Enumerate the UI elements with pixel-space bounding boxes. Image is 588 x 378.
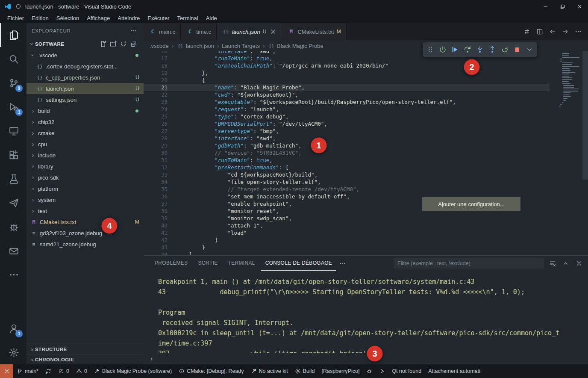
tree-item-cpu[interactable]: ›cpu xyxy=(26,139,144,150)
activity-more[interactable] xyxy=(0,263,26,286)
menu-item-s-lection[interactable]: Sélection xyxy=(53,14,83,22)
code-line-20[interactable]: 20 { xyxy=(144,77,550,84)
tree-item-system[interactable]: ›system xyxy=(26,194,144,205)
code-line-34[interactable]: 34 "file open-story-teller.elf", xyxy=(144,178,550,186)
activity-source-control[interactable]: 9 xyxy=(0,71,26,95)
activity-search[interactable] xyxy=(0,47,26,71)
tree-item-cortex-debug-registers-stat[interactable]: {}.cortex-debug.registers.stat... xyxy=(26,61,144,72)
code-editor[interactable]: 16 "interface": "swd",17 "runToMain": tr… xyxy=(144,51,588,255)
debug-chevron-down-icon[interactable] xyxy=(523,44,535,56)
breadcrumb-vscode[interactable]: .vscode xyxy=(150,43,169,49)
menu-item-atteindre[interactable]: Atteindre xyxy=(114,14,144,22)
code-line-21[interactable]: 21 "name": "Black Magic Probe", xyxy=(144,84,550,91)
close-button[interactable] xyxy=(571,0,588,13)
new-folder-icon[interactable] xyxy=(109,39,118,49)
tree-item-settings-json[interactable]: {}settings.jsonU xyxy=(26,94,144,105)
status-sync[interactable] xyxy=(42,364,55,378)
tree-item-pico-sdk[interactable]: ›pico-sdk xyxy=(26,172,144,183)
restore-button[interactable] xyxy=(554,0,571,13)
status-cmake-kit[interactable]: No active kit xyxy=(247,364,291,378)
more-actions-icon[interactable] xyxy=(338,259,347,268)
code-line-23[interactable]: 23 "executable": "${workspaceRoot}/build… xyxy=(144,98,550,106)
compare-changes-icon[interactable] xyxy=(522,27,532,36)
scrollbar[interactable] xyxy=(582,51,588,180)
menu-item-ex-cuter[interactable]: Exécuter xyxy=(144,14,173,22)
code-line-29[interactable]: 29 "gdbPath": "gdb-multiarch", xyxy=(144,142,550,149)
code-line-18[interactable]: 18 "armToolchainPath": "/opt/gcc-arm-non… xyxy=(144,62,550,69)
arrow-right-icon[interactable] xyxy=(561,27,570,36)
code-line-31[interactable]: 31 "runToMain": true, xyxy=(144,157,550,164)
code-line-19[interactable]: 19 }, xyxy=(144,69,550,77)
debug-power-icon[interactable] xyxy=(437,44,448,56)
code-line-26[interactable]: 26 "BMPGDBSerialPort": "/dev/ttyACM0", xyxy=(144,120,550,127)
breadcrumb-launch-targets[interactable]: Launch Targets xyxy=(222,43,260,49)
debug-step-into-icon[interactable] xyxy=(474,44,485,56)
code-line-44[interactable]: 44 ] xyxy=(144,251,550,255)
status-errors[interactable]: 0 xyxy=(55,364,73,378)
tree-item-vscode[interactable]: ›.vscode xyxy=(26,50,144,61)
code-line-41[interactable]: 41 "load" xyxy=(144,229,550,236)
code-line-25[interactable]: 25 "type": "cortex-debug", xyxy=(144,113,550,120)
split-editor-icon[interactable] xyxy=(535,27,544,36)
tree-item-samd21-ozone-jdebug[interactable]: ≡samd21_ozone.jdebug xyxy=(26,239,144,250)
code-line-35[interactable]: 35 // "target extended-remote /dev/ttyAC… xyxy=(144,186,550,193)
menu-item-affichage[interactable]: Affichage xyxy=(83,14,114,22)
tab-launch-json[interactable]: {}launch.jsonU xyxy=(217,23,282,40)
close-panel-icon[interactable] xyxy=(574,259,584,268)
refresh-icon[interactable] xyxy=(119,39,128,49)
breadcrumb-launch-json[interactable]: {}launch.json xyxy=(176,43,214,49)
console-filter-input[interactable] xyxy=(394,258,544,269)
status-cmake-build[interactable]: Build xyxy=(291,364,318,378)
code-line-28[interactable]: 28 "interface": "swd", xyxy=(144,135,550,142)
collapse-all-icon[interactable] xyxy=(129,39,138,49)
code-line-32[interactable]: 32 "preRestartCommands": [ xyxy=(144,164,550,171)
tree-item-c-cpp-properties-json[interactable]: {}c_cpp_properties.jsonU xyxy=(26,72,144,83)
status-cmake-target[interactable]: [RaspberryPico] xyxy=(318,364,363,378)
code-line-30[interactable]: 30 // "device": "STM32L431VC", xyxy=(144,149,550,157)
activity-settings[interactable] xyxy=(0,340,26,364)
tree-item-cmakelists-txt[interactable]: MCMakeLists.txtM xyxy=(26,216,144,227)
activity-serial-monitor[interactable] xyxy=(0,239,26,263)
activity-accounts[interactable]: 1 xyxy=(0,316,26,340)
close-icon[interactable] xyxy=(270,28,276,35)
status-git-branch[interactable]: main* xyxy=(13,364,42,378)
code-line-42[interactable]: 42 ] xyxy=(144,236,550,244)
code-line-39[interactable]: 39 "monitor swdp_scan", xyxy=(144,215,550,222)
code-line-43[interactable]: 43 } xyxy=(144,244,550,251)
clear-console-icon[interactable] xyxy=(548,259,557,268)
debug-step-over-icon[interactable] xyxy=(462,44,473,56)
code-line-27[interactable]: 27 "servertype": "bmp", xyxy=(144,127,550,135)
activity-explorer[interactable] xyxy=(0,23,26,47)
status-auto-attach[interactable]: Attachement automati xyxy=(425,364,484,378)
status-qt-status[interactable]: Qt not found xyxy=(388,364,425,378)
status-cmake-launch[interactable] xyxy=(376,364,388,378)
code-line-40[interactable]: 40 "attach 1", xyxy=(144,222,550,229)
more-icon[interactable] xyxy=(573,27,583,36)
section-chronologie[interactable]: ›CHRONOLOGIE xyxy=(26,354,144,364)
tab-cmakelists-txt[interactable]: MCMakeLists.txtM xyxy=(282,23,346,40)
activity-extensions[interactable] xyxy=(0,143,26,167)
breadcrumb-black-magic-probe[interactable]: {}Black Magic Probe xyxy=(268,43,323,49)
menu-item-terminal[interactable]: Terminal xyxy=(173,14,202,22)
debug-continue-icon[interactable] xyxy=(449,44,461,56)
panel-tab-probl-mes[interactable]: PROBLÈMES xyxy=(150,256,192,271)
activity-platformio[interactable] xyxy=(0,191,26,215)
minimize-button[interactable] xyxy=(537,0,554,13)
chevron-up-icon[interactable] xyxy=(561,259,570,268)
panel-tab-terminal[interactable]: TERMINAL xyxy=(224,256,259,271)
code-line-33[interactable]: 33 "cd ${workspaceRoot}/build", xyxy=(144,171,550,178)
menu-item-edition[interactable]: Edition xyxy=(28,14,53,22)
minimap[interactable] xyxy=(557,53,580,107)
activity-debug-beetle[interactable] xyxy=(0,215,26,239)
panel-tab-sortie[interactable]: SORTIE xyxy=(194,256,222,271)
tree-item-gd32vf103-ozone-jdebug[interactable]: ≡gd32vf103_ozone.jdebug xyxy=(26,227,144,239)
more-actions-icon[interactable] xyxy=(129,26,138,35)
debug-step-out-icon[interactable] xyxy=(486,44,498,56)
debug-stop-icon[interactable] xyxy=(511,44,523,56)
activity-test-explorer[interactable] xyxy=(0,167,26,191)
status-cmake-status[interactable]: CMake: [Debug]: Ready xyxy=(175,364,247,378)
tree-item-include[interactable]: ›include xyxy=(26,150,144,161)
add-configuration-button[interactable]: Ajouter une configuration... xyxy=(422,197,520,211)
status-warnings[interactable]: 0 xyxy=(73,364,91,378)
code-line-24[interactable]: 24 "request": "launch", xyxy=(144,106,550,113)
